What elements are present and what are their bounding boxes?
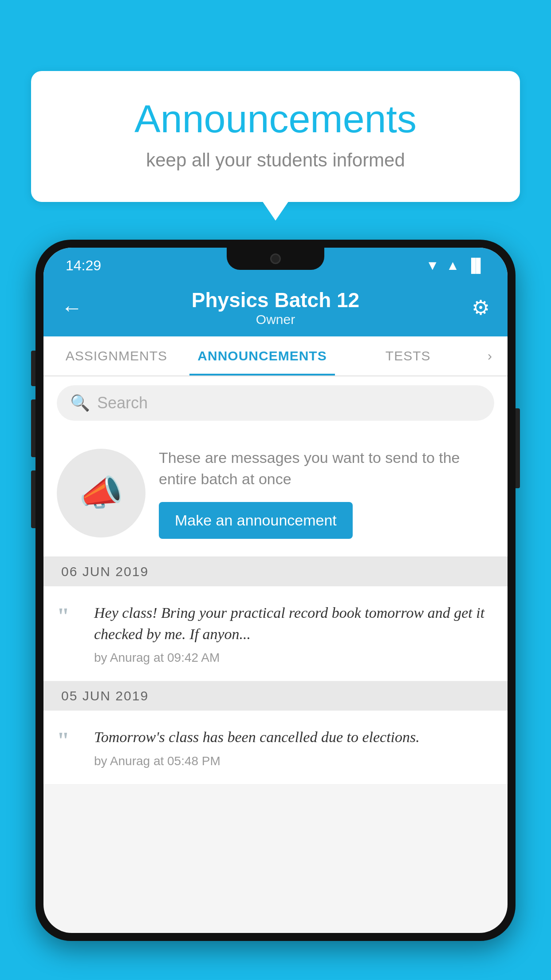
- search-icon: 🔍: [70, 394, 90, 412]
- wifi-icon: ▼: [426, 258, 439, 273]
- tab-tests[interactable]: TESTS: [335, 336, 481, 375]
- announcement-meta-1: by Anurag at 09:42 AM: [94, 651, 494, 665]
- megaphone-icon: 📣: [79, 472, 123, 514]
- date-separator-1: 06 JUN 2019: [43, 557, 508, 586]
- search-placeholder: Search: [97, 394, 148, 412]
- phone-button-volume-down: [31, 470, 35, 528]
- settings-icon[interactable]: ⚙: [463, 296, 490, 320]
- user-role: Owner: [88, 312, 463, 327]
- announcement-description: These are messages you want to send to t…: [159, 447, 494, 490]
- announcement-text-1: Hey class! Bring your practical record b…: [94, 602, 494, 644]
- batch-title: Physics Batch 12: [88, 288, 463, 312]
- front-camera: [270, 253, 281, 264]
- phone-mockup: 14:29 ▼ ▲ ▐▌ ← Physics Batch 12 Owner ⚙: [35, 240, 516, 980]
- quote-icon-2: ": [57, 729, 83, 752]
- speech-bubble: Announcements keep all your students inf…: [31, 71, 520, 202]
- bubble-title: Announcements: [67, 98, 484, 141]
- announcement-prompt: 📣 These are messages you want to send to…: [43, 430, 508, 557]
- date-separator-2: 05 JUN 2019: [43, 681, 508, 711]
- phone-screen: 14:29 ▼ ▲ ▐▌ ← Physics Batch 12 Owner ⚙: [43, 248, 508, 933]
- announcement-content-2: Tomorrow's class has been cancelled due …: [94, 727, 494, 768]
- announcement-item-2: " Tomorrow's class has been cancelled du…: [43, 711, 508, 785]
- tab-assignments[interactable]: ASSIGNMENTS: [43, 336, 189, 375]
- status-icons: ▼ ▲ ▐▌: [426, 258, 485, 273]
- announcement-right: These are messages you want to send to t…: [159, 447, 494, 539]
- status-time: 14:29: [66, 257, 101, 274]
- phone-button-volume-up: [31, 399, 35, 457]
- announcement-text-2: Tomorrow's class has been cancelled due …: [94, 727, 494, 748]
- announcement-meta-2: by Anurag at 05:48 PM: [94, 754, 494, 768]
- search-bar[interactable]: 🔍 Search: [57, 385, 494, 421]
- phone-outer: 14:29 ▼ ▲ ▐▌ ← Physics Batch 12 Owner ⚙: [35, 240, 516, 941]
- back-button[interactable]: ←: [61, 296, 88, 320]
- announcement-item-1: " Hey class! Bring your practical record…: [43, 586, 508, 681]
- phone-notch: [227, 248, 324, 270]
- header-center: Physics Batch 12 Owner: [88, 288, 463, 327]
- tab-announcements[interactable]: ANNOUNCEMENTS: [189, 336, 335, 375]
- tabs-bar: ASSIGNMENTS ANNOUNCEMENTS TESTS ›: [43, 336, 508, 376]
- announcement-icon-circle: 📣: [57, 449, 146, 537]
- search-container: 🔍 Search: [43, 376, 508, 430]
- announcement-content-1: Hey class! Bring your practical record b…: [94, 602, 494, 665]
- quote-icon-1: ": [57, 605, 83, 628]
- speech-bubble-section: Announcements keep all your students inf…: [31, 71, 520, 202]
- signal-icon: ▲: [446, 258, 460, 273]
- phone-button-volume-silent: [31, 351, 35, 386]
- make-announcement-button[interactable]: Make an announcement: [159, 502, 353, 539]
- tab-more-icon[interactable]: ›: [481, 348, 508, 364]
- app-header: ← Physics Batch 12 Owner ⚙: [43, 279, 508, 336]
- battery-icon: ▐▌: [466, 258, 485, 273]
- bubble-subtitle: keep all your students informed: [67, 150, 484, 171]
- phone-button-power: [516, 408, 520, 488]
